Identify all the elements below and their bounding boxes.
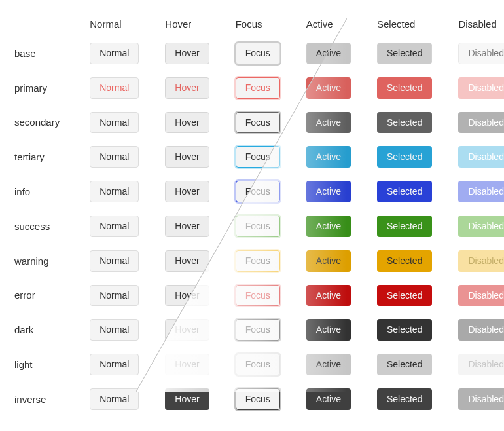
primary-selected-button[interactable]: Selected <box>377 77 432 99</box>
secondary-disabled-button: Disabled <box>458 112 504 134</box>
success-selected-button[interactable]: Selected <box>377 216 432 237</box>
light-selected-button[interactable]: Selected <box>377 354 432 375</box>
row-header-secondary: secondary <box>14 105 90 140</box>
row-header-error: error <box>14 278 90 313</box>
warning-disabled-button: Disabled <box>458 250 504 272</box>
dark-normal-button[interactable]: Normal <box>90 319 139 341</box>
variant-row-error: errorNormalHoverFocusActiveSelectedDisab… <box>14 278 504 313</box>
warning-hover-button[interactable]: Hover <box>165 250 209 272</box>
column-header-focus: Focus <box>236 12 306 36</box>
variant-row-tertiary: tertiaryNormalHoverFocusActiveSelectedDi… <box>14 140 504 174</box>
base-hover-button[interactable]: Hover <box>165 43 209 64</box>
row-header-tertiary: tertiary <box>14 140 90 174</box>
tertiary-disabled-button: Disabled <box>458 146 504 168</box>
inverse-normal-button[interactable]: Normal <box>90 388 139 410</box>
variant-row-primary: primaryNormalHoverFocusActiveSelectedDis… <box>14 71 504 105</box>
row-header-warning: warning <box>14 244 90 278</box>
inverse-hover-button[interactable]: Hover <box>165 388 209 410</box>
info-hover-button[interactable]: Hover <box>165 181 209 202</box>
variant-row-dark: darkNormalHoverFocusActiveSelectedDisabl… <box>14 312 504 347</box>
inverse-selected-button[interactable]: Selected <box>377 388 432 410</box>
row-header-base: base <box>14 36 90 71</box>
warning-normal-button[interactable]: Normal <box>90 250 139 272</box>
tertiary-normal-button[interactable]: Normal <box>90 146 139 168</box>
variant-row-warning: warningNormalHoverFocusActiveSelectedDis… <box>14 244 504 278</box>
dark-active-button[interactable]: Active <box>306 319 351 341</box>
secondary-normal-button[interactable]: Normal <box>90 112 139 134</box>
column-header-active: Active <box>306 12 377 36</box>
success-normal-button[interactable]: Normal <box>90 216 139 237</box>
error-normal-button[interactable]: Normal <box>90 285 139 307</box>
error-active-button[interactable]: Active <box>306 285 351 307</box>
column-header-normal: Normal <box>90 12 165 36</box>
variant-row-secondary: secondaryNormalHoverFocusActiveSelectedD… <box>14 105 504 140</box>
base-focus-button[interactable]: Focus <box>236 43 280 64</box>
dark-disabled-button: Disabled <box>458 319 504 341</box>
variant-row-light: lightNormalHoverFocusActiveSelectedDisab… <box>14 347 504 382</box>
info-active-button[interactable]: Active <box>306 181 351 202</box>
warning-focus-button[interactable]: Focus <box>236 250 280 272</box>
button-state-matrix: NormalHoverFocusActiveSelectedDisabled b… <box>14 12 504 417</box>
row-header-dark: dark <box>14 312 90 347</box>
primary-hover-button[interactable]: Hover <box>165 77 209 99</box>
base-selected-button[interactable]: Selected <box>377 43 432 64</box>
row-header-primary: primary <box>14 71 90 105</box>
row-header-success: success <box>14 209 90 244</box>
dark-focus-button[interactable]: Focus <box>236 319 280 341</box>
light-disabled-button: Disabled <box>458 354 504 375</box>
column-header-selected: Selected <box>377 12 458 36</box>
dark-selected-button[interactable]: Selected <box>377 319 432 341</box>
error-focus-button[interactable]: Focus <box>236 285 280 307</box>
inverse-active-button[interactable]: Active <box>306 388 351 410</box>
secondary-active-button[interactable]: Active <box>306 112 351 134</box>
column-header-hover: Hover <box>165 12 235 36</box>
tertiary-selected-button[interactable]: Selected <box>377 146 432 168</box>
error-selected-button[interactable]: Selected <box>377 285 432 307</box>
base-active-button[interactable]: Active <box>306 43 351 64</box>
primary-active-button[interactable]: Active <box>306 77 351 99</box>
info-disabled-button: Disabled <box>458 181 504 202</box>
light-focus-button[interactable]: Focus <box>236 354 280 375</box>
error-disabled-button: Disabled <box>458 285 504 307</box>
base-disabled-button: Disabled <box>458 43 504 64</box>
success-hover-button[interactable]: Hover <box>165 216 209 237</box>
secondary-hover-button[interactable]: Hover <box>165 112 209 134</box>
primary-normal-button[interactable]: Normal <box>90 77 139 99</box>
secondary-selected-button[interactable]: Selected <box>377 112 432 134</box>
row-header-info: info <box>14 174 90 209</box>
secondary-focus-button[interactable]: Focus <box>236 112 280 134</box>
variant-row-info: infoNormalHoverFocusActiveSelectedDisabl… <box>14 174 504 209</box>
inverse-disabled-button: Disabled <box>458 388 504 410</box>
primary-focus-button[interactable]: Focus <box>236 77 280 99</box>
dark-hover-button[interactable]: Hover <box>165 319 209 341</box>
variant-row-success: successNormalHoverFocusActiveSelectedDis… <box>14 209 504 244</box>
tertiary-focus-button[interactable]: Focus <box>236 146 280 168</box>
tertiary-hover-button[interactable]: Hover <box>165 146 209 168</box>
inverse-focus-button[interactable]: Focus <box>236 388 280 410</box>
variant-row-inverse: inverseNormalHoverFocusActiveSelectedDis… <box>14 382 504 417</box>
info-focus-button[interactable]: Focus <box>236 181 280 202</box>
row-header-inverse: inverse <box>14 382 90 417</box>
info-selected-button[interactable]: Selected <box>377 181 432 202</box>
info-normal-button[interactable]: Normal <box>90 181 139 202</box>
success-active-button[interactable]: Active <box>306 216 351 237</box>
tertiary-active-button[interactable]: Active <box>306 146 351 168</box>
row-header-light: light <box>14 347 90 382</box>
light-hover-button[interactable]: Hover <box>165 354 209 375</box>
success-focus-button[interactable]: Focus <box>236 216 280 237</box>
light-normal-button[interactable]: Normal <box>90 354 139 375</box>
variant-row-base: baseNormalHoverFocusActiveSelectedDisabl… <box>14 36 504 71</box>
base-normal-button[interactable]: Normal <box>90 43 139 64</box>
error-hover-button[interactable]: Hover <box>165 285 209 307</box>
warning-selected-button[interactable]: Selected <box>377 250 432 272</box>
primary-disabled-button: Disabled <box>458 77 504 99</box>
success-disabled-button: Disabled <box>458 216 504 237</box>
warning-active-button[interactable]: Active <box>306 250 351 272</box>
column-header-disabled: Disabled <box>458 12 504 36</box>
light-active-button[interactable]: Active <box>306 354 351 375</box>
